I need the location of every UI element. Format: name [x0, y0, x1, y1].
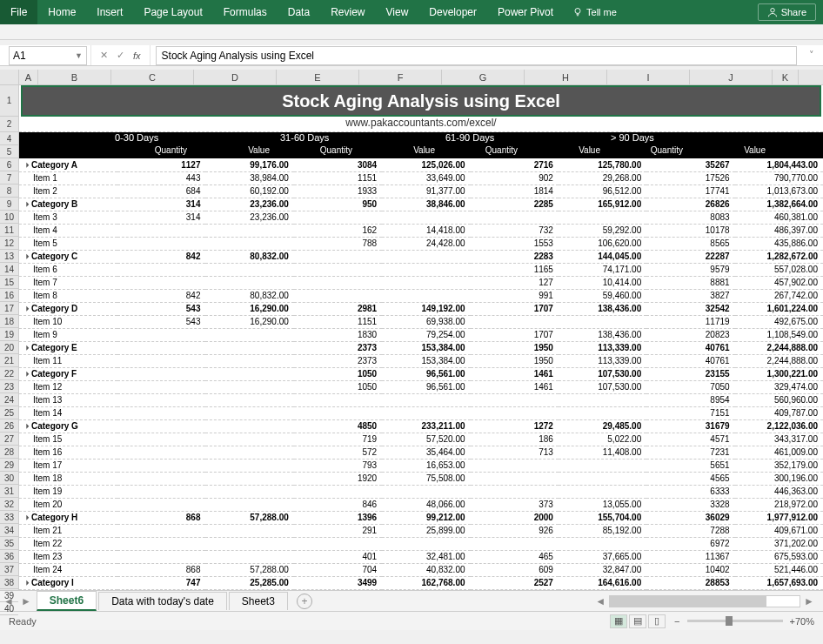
cell[interactable]: 1553: [471, 237, 559, 250]
fx-icon[interactable]: fx: [133, 50, 141, 61]
cell[interactable]: 3827: [646, 289, 734, 302]
cell[interactable]: [205, 459, 293, 472]
cell[interactable]: 57,520.00: [382, 433, 470, 446]
cell[interactable]: 23,236.00: [205, 198, 293, 211]
cell[interactable]: 267,742.00: [735, 289, 823, 302]
cell[interactable]: 28853: [646, 589, 734, 590]
cell[interactable]: 29,268.00: [559, 171, 646, 184]
category-row[interactable]: Category D54316,290.002981149,192.001707…: [19, 302, 823, 315]
row-header[interactable]: 24: [0, 393, 18, 406]
cell[interactable]: 164,616.00: [559, 576, 646, 589]
cell[interactable]: 1461: [471, 380, 559, 393]
cell[interactable]: 153,384.00: [382, 341, 470, 354]
col-B[interactable]: B: [38, 70, 111, 84]
cell[interactable]: [294, 263, 382, 276]
cell[interactable]: 609: [471, 563, 559, 576]
cell[interactable]: 1,804,443.00: [735, 158, 823, 171]
cell[interactable]: 1933: [294, 184, 382, 198]
cell[interactable]: 314: [117, 211, 205, 224]
cell[interactable]: 16,290.00: [205, 315, 293, 328]
row-header[interactable]: 15: [0, 276, 18, 289]
cell[interactable]: 300,196.00: [735, 472, 823, 485]
cell[interactable]: 401: [294, 550, 382, 563]
cell[interactable]: 719: [294, 433, 382, 446]
cell[interactable]: [205, 406, 293, 419]
cell[interactable]: 3084: [294, 158, 382, 171]
cell[interactable]: 162,768.00: [382, 589, 470, 590]
row-header[interactable]: 22: [0, 367, 18, 380]
ribbon-tab-home[interactable]: Home: [37, 0, 86, 24]
cell[interactable]: 138,436.00: [559, 328, 646, 341]
cell[interactable]: 1127: [117, 158, 205, 171]
cell[interactable]: 23,236.00: [205, 211, 293, 224]
cell[interactable]: 902: [471, 171, 559, 184]
cell[interactable]: 10,414.00: [559, 276, 646, 289]
cancel-icon[interactable]: ✕: [100, 50, 108, 61]
cell[interactable]: 543: [117, 302, 205, 315]
row-header[interactable]: 32: [0, 498, 18, 511]
item-row[interactable]: Item 578824,428.001553106,620.008565435,…: [19, 237, 823, 250]
cell[interactable]: 2373: [294, 341, 382, 354]
cell[interactable]: 2373: [294, 354, 382, 367]
row-header[interactable]: 23: [0, 380, 18, 393]
category-row[interactable]: Category E2373153,384.001950113,339.0040…: [19, 341, 823, 354]
cell[interactable]: [559, 472, 646, 485]
cell[interactable]: 846: [294, 498, 382, 511]
worksheet[interactable]: Stock Aging Analysis using Excel www.pak…: [19, 85, 823, 590]
cell[interactable]: [294, 289, 382, 302]
cell[interactable]: 28853: [646, 576, 734, 589]
add-sheet-button[interactable]: +: [297, 594, 312, 609]
sheet-tab-active[interactable]: Sheet6: [37, 591, 97, 611]
cell[interactable]: [205, 237, 293, 250]
row-header[interactable]: 27: [0, 433, 18, 446]
row-headers[interactable]: 1245678910111213141516171819202122232425…: [0, 85, 19, 590]
item-row[interactable]: Item 416214,418.0073259,292.0010178486,3…: [19, 224, 823, 237]
cell[interactable]: 2527: [471, 589, 559, 590]
cell[interactable]: [382, 211, 470, 224]
cell[interactable]: 8083: [646, 211, 734, 224]
cell[interactable]: 675,593.00: [735, 550, 823, 563]
cell[interactable]: [471, 537, 559, 550]
cell[interactable]: [117, 433, 205, 446]
cell[interactable]: 13,055.00: [559, 498, 646, 511]
item-row[interactable]: Item 268460,192.00193391,377.00181496,51…: [19, 184, 823, 198]
item-row[interactable]: Item 18192075,508.004565300,196.00: [19, 472, 823, 485]
cell[interactable]: 2,122,036.00: [735, 419, 823, 433]
cell[interactable]: 1050: [294, 367, 382, 380]
cell[interactable]: 790,770.00: [735, 171, 823, 184]
scroll-right-icon[interactable]: ►: [800, 595, 818, 607]
cell[interactable]: 113,339.00: [559, 341, 646, 354]
cell[interactable]: 186: [471, 433, 559, 446]
formula-expand-icon[interactable]: ˅: [806, 50, 818, 61]
cell[interactable]: 24,428.00: [382, 237, 470, 250]
row-header[interactable]: 1: [0, 85, 18, 117]
col-H[interactable]: H: [525, 70, 607, 84]
ribbon-tab-view[interactable]: View: [376, 0, 419, 24]
col-I[interactable]: I: [607, 70, 690, 84]
cell[interactable]: 747: [117, 576, 205, 589]
cell[interactable]: 127: [471, 276, 559, 289]
row-header[interactable]: 2: [0, 117, 18, 132]
cell[interactable]: [294, 537, 382, 550]
normal-view-icon[interactable]: ▦: [610, 614, 627, 628]
page-break-view-icon[interactable]: ▯: [648, 614, 666, 628]
cell[interactable]: 732: [471, 224, 559, 237]
cell[interactable]: [382, 289, 470, 302]
cell[interactable]: 457,902.00: [735, 276, 823, 289]
row-header[interactable]: 18: [0, 315, 18, 328]
cell[interactable]: 521,446.00: [735, 563, 823, 576]
ribbon-tab-file[interactable]: File: [0, 0, 37, 24]
cell[interactable]: 1950: [471, 354, 559, 367]
cell[interactable]: [117, 537, 205, 550]
item-row[interactable]: Item 144338,984.00115133,649.0090229,268…: [19, 171, 823, 184]
row-header[interactable]: 26: [0, 419, 18, 433]
cell[interactable]: 32,847.00: [559, 563, 646, 576]
cell[interactable]: 33,649.00: [382, 171, 470, 184]
cell[interactable]: [205, 537, 293, 550]
row-header[interactable]: 37: [0, 563, 18, 576]
cell[interactable]: 38,846.00: [382, 198, 470, 211]
col-G[interactable]: G: [442, 70, 525, 84]
page-layout-view-icon[interactable]: ▤: [629, 614, 646, 628]
cell[interactable]: 38,984.00: [205, 171, 293, 184]
cell[interactable]: 40761: [646, 341, 734, 354]
